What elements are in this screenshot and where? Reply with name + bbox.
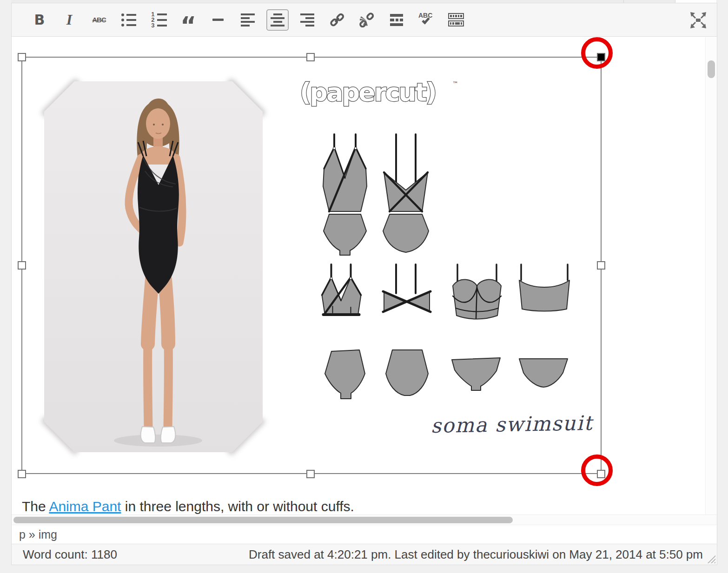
numbered-list-button[interactable]: 1 2 3 xyxy=(147,9,170,31)
bold-glyph: B xyxy=(34,12,45,28)
flat-bottom-lowrise-front xyxy=(447,348,506,403)
align-center-button[interactable] xyxy=(266,9,289,31)
unlink-button[interactable] xyxy=(356,9,378,31)
vertical-scrollbar-thumb[interactable] xyxy=(708,60,715,78)
horizontal-rule-icon xyxy=(212,19,224,21)
paragraph-after: in three lengths, with or without cuffs. xyxy=(121,499,354,514)
papercut-logo-text: (papercut) xyxy=(300,78,436,107)
word-count-value: 1180 xyxy=(91,547,117,561)
italic-button[interactable]: I xyxy=(58,9,80,31)
unlink-icon xyxy=(359,13,375,27)
flat-onepiece-back xyxy=(377,132,434,259)
flat-top-bandeau-back xyxy=(515,263,574,331)
strikethrough-button[interactable]: ABC xyxy=(88,9,110,31)
bulleted-list-button[interactable] xyxy=(118,9,140,31)
strikethrough-glyph: ABC xyxy=(92,16,106,24)
spellcheck-icon: ABC xyxy=(418,12,434,28)
anima-pant-link[interactable]: Anima Pant xyxy=(49,499,121,514)
numlist-digit: 3 xyxy=(151,24,155,27)
paragraph-before: The xyxy=(22,499,49,514)
horizontal-scrollbar-thumb[interactable] xyxy=(13,517,513,523)
keyboard-icon xyxy=(448,13,464,26)
italic-glyph: I xyxy=(66,11,72,28)
draft-save-status: Draft saved at 4:20:21 pm. Last edited b… xyxy=(249,547,717,562)
editor-canvas[interactable]: (papercut) ™ xyxy=(12,37,717,514)
align-right-button[interactable] xyxy=(296,9,318,31)
visual-editor-frame: B I ABC 1 2 3 “ xyxy=(11,3,717,565)
resize-handle-middle-left[interactable] xyxy=(18,261,26,270)
resize-handle-middle-right[interactable] xyxy=(597,261,605,270)
align-left-icon xyxy=(241,13,255,26)
blockquote-icon: “ xyxy=(180,13,196,27)
resize-handle-bottom-center[interactable] xyxy=(306,470,315,478)
annotation-circle-top-right-handle xyxy=(581,37,613,69)
word-count: Word count: 1180 xyxy=(12,547,117,562)
flat-top-cross-back xyxy=(380,263,433,331)
link-icon xyxy=(330,13,344,27)
annotation-circle-bottom-right-handle xyxy=(581,454,613,486)
flat-onepiece-front xyxy=(317,132,372,259)
fullscreen-icon xyxy=(688,10,708,30)
element-path-bar: p » img xyxy=(12,525,717,544)
numlist-digit: 2 xyxy=(151,18,155,21)
insert-link-button[interactable] xyxy=(326,9,348,31)
wordpress-editor-screen: B I ABC 1 2 3 “ xyxy=(0,0,728,573)
papercut-logo: (papercut) ™ xyxy=(281,77,463,110)
bulleted-list-icon xyxy=(121,13,136,26)
toolbar-toggle-button[interactable] xyxy=(445,9,467,31)
numbered-list-icon: 1 2 3 xyxy=(151,13,167,27)
element-path-text: p » img xyxy=(19,528,57,541)
flat-bottom-highwaist-front xyxy=(318,348,370,403)
resize-handle-bottom-left[interactable] xyxy=(18,470,26,478)
trademark-glyph: ™ xyxy=(452,80,458,87)
flat-top-bustier-front xyxy=(448,263,507,331)
resize-handle-top-center[interactable] xyxy=(306,53,315,61)
align-center-icon xyxy=(271,13,285,26)
align-right-icon xyxy=(300,13,314,26)
more-tag-button[interactable] xyxy=(385,9,408,31)
status-bar: Word count: 1180 Draft saved at 4:20:21 … xyxy=(12,544,717,565)
horizontal-scrollbar[interactable] xyxy=(12,514,717,525)
numlist-digit: 1 xyxy=(151,13,155,16)
flat-bottom-highwaist-back xyxy=(380,348,433,403)
soma-swimsuit-caption: soma swimsuit xyxy=(430,411,594,445)
spellcheck-button[interactable]: ABC xyxy=(415,9,437,31)
more-tag-icon xyxy=(390,14,403,26)
align-left-button[interactable] xyxy=(237,9,259,31)
model-photo xyxy=(28,65,279,468)
bold-button[interactable]: B xyxy=(28,9,51,31)
resize-handle-top-left[interactable] xyxy=(18,53,26,61)
paragraph-text: The Anima Pant in three lengths, with or… xyxy=(22,497,580,514)
flat-top-wrap-front xyxy=(316,263,372,331)
word-count-label: Word count: xyxy=(23,547,88,561)
vertical-scrollbar[interactable] xyxy=(705,37,717,514)
flat-bottom-lowrise-back xyxy=(514,348,572,403)
editor-toolbar: B I ABC 1 2 3 “ xyxy=(12,3,717,37)
fullscreen-button[interactable] xyxy=(687,9,709,31)
blockquote-button[interactable]: “ xyxy=(177,9,199,31)
horizontal-rule-button[interactable] xyxy=(207,9,229,31)
